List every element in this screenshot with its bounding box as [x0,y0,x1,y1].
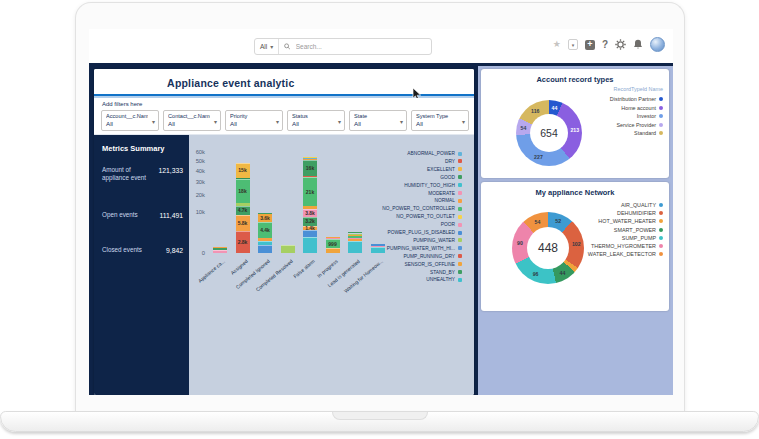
donut-slice-value: 227 [534,154,543,160]
bar-segment [303,157,317,158]
legend-label: HUMIDITY_TOO_HIGH [307,183,455,188]
filter-bar: Add filters here Account__c.NameAll▾Cont… [94,98,474,135]
donut-legend-swatch [659,252,663,256]
filter-label: Contact__c.Name [168,113,210,119]
metric-items: Amount of appliance event121,333Open eve… [102,166,183,254]
filter-status[interactable]: StatusAll▾ [287,110,345,131]
metric-value: 9,842 [166,247,183,254]
legend-swatch [458,238,462,242]
filter-account-c-name[interactable]: Account__c.NameAll▾ [101,110,159,131]
favorites-caret-icon[interactable]: ▾ [568,39,578,50]
bar-segment [236,231,250,253]
filter-system-type[interactable]: System TypeAll▾ [411,110,469,131]
filter-value: All [168,120,210,127]
gear-icon[interactable] [615,39,626,50]
search-input-box[interactable] [279,42,431,51]
donut-legend-item: Home account [533,105,663,111]
legend-label: NORMAL [307,198,455,203]
donut-slice-value: 90 [517,240,523,246]
filter-state[interactable]: StateAll▾ [349,110,407,131]
filter-priority[interactable]: PriorityAll▾ [225,110,283,131]
add-filters-hint: Add filters here [102,101,142,107]
legend-item: PUMPING_WATER_WITH_HI... [307,246,462,251]
laptop-bezel: All ▾ ★ ▾ + ? [75,2,685,412]
appliance-event-analytic-panel: Appliance event analytic Add filters her… [94,69,474,395]
filter-contact-c-name[interactable]: Contact__c.NameAll▾ [163,110,221,131]
legend-swatch [458,159,462,163]
legend-swatch [458,223,462,227]
donut-legend-item: Service Provider [533,122,663,128]
legend-label: NO_POWER_TO_CONTROLLER [307,206,455,211]
donut-legend-item: WATER_LEAK_DETECTOR [533,251,663,257]
legend-label: NO_POWER_TO_OUTLET [307,214,455,219]
donut-legend-label: Distribution Partner [610,96,656,102]
donut-legend-label: SMART_POWER [614,227,656,233]
metric-label: Amount of appliance event [102,166,152,182]
legend-swatch [458,270,462,274]
donut-legend-swatch [659,114,663,118]
donut-legend-item: HOT_WATER_HEATER [533,218,663,224]
donut-legend-item: AIR_QUALITY [533,202,663,208]
legend-swatch [458,183,462,187]
donut-legend-label: AIR_QUALITY [621,202,656,208]
favorites-star-icon[interactable]: ★ [553,40,561,49]
donut-title: Account record types [481,75,669,84]
legend-swatch [458,191,462,195]
legend-swatch [458,262,462,266]
legend-item: POWER_PLUG_IS_DISABLED [307,230,462,235]
legend-label: ABNORMAL_POWER [307,151,455,156]
bar-segment [236,206,250,215]
filter-value: All [106,120,148,127]
legend-label: SENSOR_IS_OFFLINE [307,262,455,267]
legend-item: POOR [307,222,462,227]
y-axis-tick: 20k [189,192,205,198]
screen: All ▾ ★ ▾ + ? [89,29,673,395]
global-search: All ▾ [254,38,432,55]
bar-segment [236,179,250,204]
legend-swatch [458,207,462,211]
donut-legend-item: Distribution Partner [533,96,663,102]
chevron-down-icon: ▾ [338,118,341,125]
donut-legend-label: Service Provider [616,122,656,128]
app-plus-icon[interactable]: + [585,40,595,50]
stacked-bar-chart: 010k20k30k40k50k60kAppliance ca...2.8k5.… [189,135,474,395]
bar-segment [236,215,250,231]
legend-item: STAND_BY [307,270,462,275]
donut-legend-swatch [659,123,663,127]
legend-swatch [458,199,462,203]
legend-item: PUMPING_WATER [307,238,462,243]
search-input[interactable] [294,42,426,51]
help-icon[interactable]: ? [602,39,608,50]
my-appliance-network-card: My appliance Network4485210244969054AIR_… [481,182,669,311]
search-scope-selector[interactable]: All ▾ [255,39,279,54]
legend-label: PUMP_RUNNING_DRY [307,254,455,259]
legend-swatch [458,215,462,219]
y-axis-tick: 30k [189,179,205,185]
chevron-down-icon: ▾ [214,118,217,125]
bar-segment [236,178,250,179]
bar-segment [236,163,250,178]
bar-segment [348,235,362,236]
filter-row: Account__c.NameAll▾Contact__c.NameAll▾Pr… [101,110,469,131]
donut-legend-item: DEHUMIDIFIER [533,210,663,216]
bell-icon[interactable] [633,39,643,50]
donut-legend-item: SMART_POWER [533,227,663,233]
metric-value: 111,491 [159,212,183,219]
donut-legend-swatch [659,236,663,240]
search-scope-label: All [260,43,267,50]
legend-swatch [458,278,462,282]
legend-label: POWER_PLUG_IS_DISABLED [307,230,455,235]
chevron-down-icon: ▾ [152,118,155,125]
user-avatar[interactable] [650,37,665,52]
filter-label: System Type [416,113,458,119]
donut-legend-swatch [659,228,663,232]
legend-swatch [458,254,462,258]
donut-legend-item: THERMO_HYGROMETER [533,243,663,249]
legend-label: EXCELLENT [307,167,455,172]
app-header: All ▾ ★ ▾ + ? [89,29,673,63]
legend-item: NORMAL [307,198,462,203]
legend-item: NO_POWER_TO_CONTROLLER [307,206,462,211]
legend-swatch [458,246,462,250]
panel-title: Appliance event analytic [94,77,368,89]
donut-legend-label: Home account [621,105,656,111]
